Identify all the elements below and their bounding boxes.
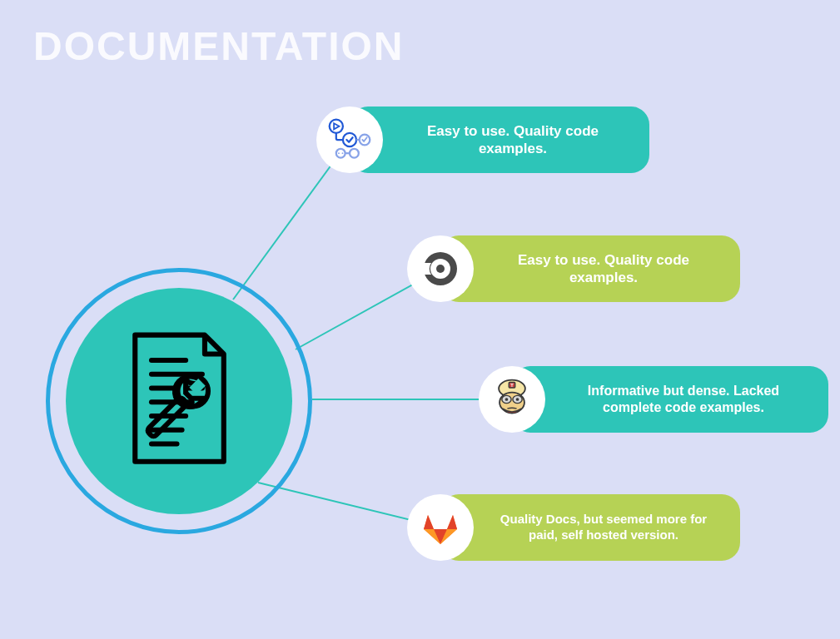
- item-text: Easy to use. Quality code examples.: [350, 106, 649, 173]
- item-circleci: Easy to use. Quality code examples.: [407, 235, 740, 302]
- document-wrench-icon: [115, 329, 244, 474]
- item-gitlab: Quality Docs, but seemed more for paid, …: [407, 494, 740, 561]
- travis-ci-icon: T: [479, 366, 545, 433]
- svg-point-18: [338, 152, 340, 154]
- item-text: Informative but dense. Lacked complete c…: [512, 366, 828, 433]
- page-title: DOCUMENTATION: [33, 23, 405, 69]
- item-text: Easy to use. Quality code examples.: [440, 235, 740, 302]
- svg-point-31: [516, 398, 519, 401]
- svg-point-17: [336, 149, 345, 158]
- svg-text:T: T: [510, 383, 514, 388]
- gitlab-icon: [407, 494, 474, 561]
- item-text: Quality Docs, but seemed more for paid, …: [440, 494, 740, 561]
- hub-circle: [46, 268, 312, 534]
- item-travis-ci: T Informative but dense. Lacked complete…: [479, 366, 828, 433]
- svg-point-30: [505, 398, 509, 401]
- svg-point-20: [350, 149, 359, 158]
- circleci-icon: [407, 235, 474, 302]
- svg-point-19: [342, 152, 344, 154]
- svg-point-23: [436, 265, 445, 273]
- github-actions-icon: [316, 106, 383, 173]
- item-github-actions: Easy to use. Quality code examples.: [316, 106, 649, 173]
- svg-point-14: [330, 120, 343, 133]
